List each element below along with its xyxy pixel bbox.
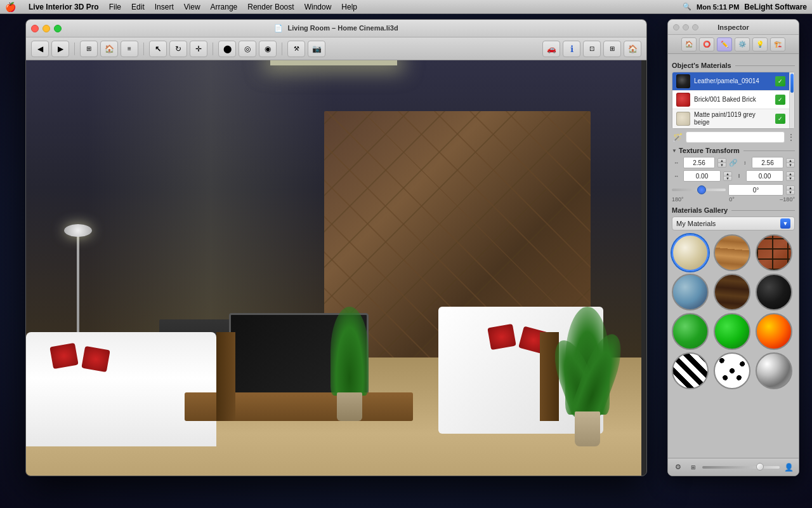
close-button[interactable] [31,25,39,32]
gallery-dropdown-arrow[interactable]: ▼ [780,218,790,229]
toolbar-floorplan-btn[interactable]: ⊞ [80,41,98,57]
scale-x-down[interactable]: ▼ [717,163,726,168]
toolbar-layout2-btn[interactable]: ⊞ [603,41,621,57]
apple-menu[interactable]: 🍎 [5,2,16,12]
inspector-close[interactable] [673,24,679,30]
toolbar-3d-btn[interactable]: 🏠 [100,41,118,57]
materials-scrollbar-thumb[interactable] [790,74,794,93]
scale-y-down[interactable]: ▼ [786,163,795,168]
toolbar-camera3-btn[interactable]: ◉ [259,41,277,57]
wand-icon[interactable]: 🪄 [672,131,683,143]
room-scene [26,60,641,476]
offset-y-stepper[interactable]: ▲ ▼ [786,171,795,181]
mat-sphere-wood-dark[interactable] [714,274,750,311]
rotation-value-input[interactable]: 0° [728,184,783,196]
inspector-tab-light[interactable]: 💡 [752,37,768,51]
menu-dots[interactable]: ⋮ [787,133,795,142]
inspector-tab-material[interactable]: ✏️ [717,37,732,51]
toolbar-forward-btn[interactable]: ▶ [51,41,69,57]
mat-sphere-black[interactable] [756,274,792,311]
plant-right [559,307,616,446]
menu-render-boost[interactable]: Render Boost [247,3,294,11]
maximize-button[interactable] [54,25,62,32]
menu-help[interactable]: Help [341,3,357,11]
scale-y-input[interactable]: 2.56 [752,157,783,168]
inspector-tab-texture[interactable]: ⚙️ [735,37,750,51]
menu-window[interactable]: Window [304,3,332,11]
toolbar-move-btn[interactable]: ✛ [190,41,207,57]
objects-materials-title: Object's Materials [672,62,731,69]
material-search-input[interactable] [686,131,785,143]
inspector-tab-object[interactable]: ⭕ [699,37,714,51]
mat-sphere-zebra[interactable] [672,352,709,389]
mat-sphere-spots[interactable] [714,352,750,389]
toolbar-home-btn[interactable]: 🏠 [624,41,641,57]
gallery-dropdown[interactable]: My Materials ▼ [672,217,795,231]
inspector-zoom[interactable] [692,24,698,30]
toolbar-back-btn[interactable]: ◀ [31,41,49,57]
inspector-zoom-slider[interactable] [702,466,780,469]
toolbar-sep-1 [74,43,75,55]
link-icon[interactable]: 🔗 [729,159,738,167]
inspector-minimize[interactable] [683,24,689,30]
material-name-1: Brick/001 Baked Brick [694,96,771,104]
material-item-2[interactable]: Matte paint/1019 grey beige ✓ [672,109,789,128]
rotation-slider-container[interactable] [672,185,726,194]
mat-sphere-brick[interactable] [756,234,792,271]
inspector-tab-structure[interactable]: 🏗️ [770,37,785,51]
mat-sphere-fire[interactable] [756,313,792,350]
offset-y-down[interactable]: ▼ [786,176,795,181]
materials-scrollbar[interactable] [789,72,794,128]
toolbar-list-btn[interactable]: ≡ [121,41,138,57]
scale-x-input[interactable]: 2.56 [683,157,715,168]
mat-sphere-green2[interactable] [714,313,750,350]
toolbar-camera2-btn[interactable]: ◎ [239,41,256,57]
toolbar-info-btn[interactable]: ℹ [563,41,580,57]
menu-insert[interactable]: Insert [155,3,174,11]
offset-x-icon: ↔ [672,173,681,179]
menu-edit[interactable]: Edit [131,3,145,11]
inspector-person-btn[interactable]: 👤 [782,461,795,474]
mat-sphere-cream[interactable] [672,234,709,271]
menu-view[interactable]: View [184,3,200,11]
toolbar-stairs-btn[interactable]: ⚒ [287,41,305,57]
app-name[interactable]: Live Interior 3D Pro [29,3,99,11]
toolbar-layout1-btn[interactable]: ⊡ [583,41,601,57]
mat-sphere-water[interactable] [672,274,709,311]
rotation-thumb[interactable] [697,185,706,194]
menu-arrange[interactable]: Arrange [211,3,238,11]
inspector-slider-thumb[interactable] [756,463,764,471]
rotation-label-max: –180° [780,196,795,203]
material-name-2: Matte paint/1019 grey beige [694,111,771,126]
toolbar-photo-btn[interactable]: 📷 [308,41,325,57]
viewport[interactable] [26,60,641,476]
scale-x-stepper[interactable]: ▲ ▼ [717,158,726,168]
offset-x-stepper[interactable]: ▲ ▼ [723,171,732,181]
minimize-button[interactable] [43,25,50,32]
mat-sphere-green1[interactable] [672,313,709,350]
toolbar-rotate-btn[interactable]: ↻ [169,41,187,57]
toolbar-select-btn[interactable]: ↖ [149,41,167,57]
rotation-down[interactable]: ▼ [786,190,795,195]
inspector-traffic-lights [673,24,698,30]
offset-y-input[interactable]: 0.00 [746,170,783,182]
menu-file[interactable]: File [109,3,121,11]
offset-x-row: ↔ 0.00 ▲ ▼ I 0.00 ▲ ▼ [672,170,795,182]
material-item-0[interactable]: Leather/pamela_09014 ✓ [672,72,789,91]
objects-materials-header: Object's Materials [672,62,795,69]
inspector-tab-home[interactable]: 🏠 [681,37,697,51]
offset-x-down[interactable]: ▼ [723,176,732,181]
inspector-settings-btn[interactable]: ⚙ [672,461,684,474]
toolbar-camera1-btn[interactable]: ⬤ [218,41,236,57]
scale-y-stepper[interactable]: ▲ ▼ [786,158,795,168]
mat-sphere-chrome[interactable] [756,352,792,389]
inspector-grid-btn[interactable]: ⊞ [687,461,700,474]
offset-x-input[interactable]: 0.00 [683,170,721,182]
gallery-title: Materials Gallery [672,206,728,214]
ceiling-light [270,60,397,65]
mat-sphere-wood-light[interactable] [714,234,750,271]
material-item-1[interactable]: Brick/001 Baked Brick ✓ [672,91,789,109]
toolbar-car-btn[interactable]: 🚗 [542,41,560,57]
material-swatch-0 [676,74,690,88]
rotation-stepper[interactable]: ▲ ▼ [786,185,795,195]
